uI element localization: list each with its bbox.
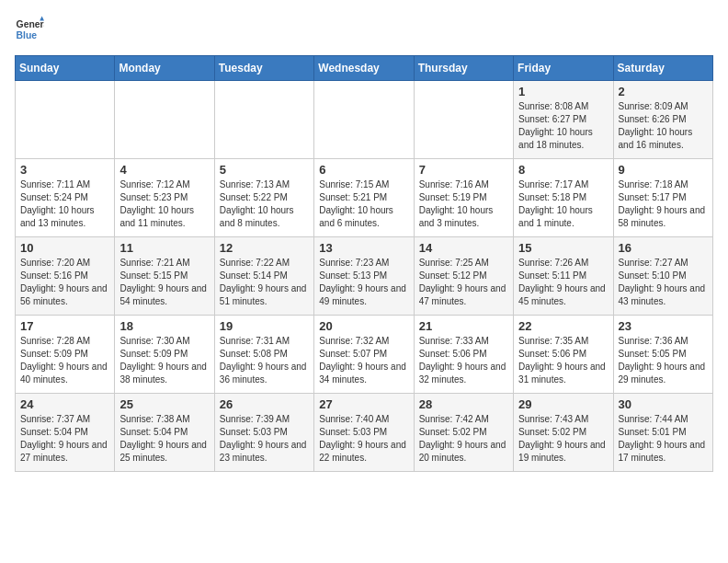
day-number: 18 bbox=[119, 319, 209, 333]
calendar-week-3: 17Sunrise: 7:28 AM Sunset: 5:09 PM Dayli… bbox=[16, 316, 713, 394]
day-info: Sunrise: 7:17 AM Sunset: 5:18 PM Dayligh… bbox=[518, 178, 608, 230]
calendar-cell: 15Sunrise: 7:26 AM Sunset: 5:11 PM Dayli… bbox=[514, 237, 613, 316]
day-number: 27 bbox=[319, 397, 408, 411]
day-info: Sunrise: 7:18 AM Sunset: 5:17 PM Dayligh… bbox=[619, 178, 708, 230]
calendar-cell: 5Sunrise: 7:13 AM Sunset: 5:22 PM Daylig… bbox=[214, 159, 313, 237]
calendar-week-0: 1Sunrise: 8:08 AM Sunset: 6:27 PM Daylig… bbox=[16, 81, 713, 159]
calendar-week-2: 10Sunrise: 7:20 AM Sunset: 5:16 PM Dayli… bbox=[16, 237, 713, 316]
calendar-cell bbox=[314, 81, 414, 159]
day-info: Sunrise: 7:33 AM Sunset: 5:06 PM Dayligh… bbox=[419, 335, 508, 386]
calendar-cell: 30Sunrise: 7:44 AM Sunset: 5:01 PM Dayli… bbox=[613, 394, 712, 472]
day-number: 26 bbox=[220, 397, 309, 411]
calendar-cell: 29Sunrise: 7:43 AM Sunset: 5:02 PM Dayli… bbox=[514, 394, 613, 472]
day-info: Sunrise: 8:09 AM Sunset: 6:26 PM Dayligh… bbox=[619, 100, 708, 152]
day-info: Sunrise: 7:38 AM Sunset: 5:04 PM Dayligh… bbox=[119, 413, 209, 465]
header-thursday: Thursday bbox=[414, 56, 513, 81]
day-number: 3 bbox=[20, 163, 109, 177]
day-number: 20 bbox=[319, 319, 408, 333]
calendar-cell: 18Sunrise: 7:30 AM Sunset: 5:09 PM Dayli… bbox=[115, 316, 214, 394]
day-number: 10 bbox=[20, 241, 109, 255]
calendar-cell: 4Sunrise: 7:12 AM Sunset: 5:23 PM Daylig… bbox=[115, 159, 214, 237]
calendar-cell bbox=[414, 81, 513, 159]
calendar-cell: 27Sunrise: 7:40 AM Sunset: 5:03 PM Dayli… bbox=[314, 394, 414, 472]
day-info: Sunrise: 7:36 AM Sunset: 5:05 PM Dayligh… bbox=[619, 335, 708, 386]
calendar-cell: 22Sunrise: 7:35 AM Sunset: 5:06 PM Dayli… bbox=[514, 316, 613, 394]
day-info: Sunrise: 7:39 AM Sunset: 5:03 PM Dayligh… bbox=[220, 413, 309, 465]
day-info: Sunrise: 7:44 AM Sunset: 5:01 PM Dayligh… bbox=[619, 413, 708, 465]
header-friday: Friday bbox=[514, 56, 613, 81]
header-tuesday: Tuesday bbox=[214, 56, 313, 81]
day-number: 22 bbox=[518, 319, 608, 333]
calendar-cell: 25Sunrise: 7:38 AM Sunset: 5:04 PM Dayli… bbox=[115, 394, 214, 472]
calendar-cell: 28Sunrise: 7:42 AM Sunset: 5:02 PM Dayli… bbox=[414, 394, 513, 472]
calendar-cell: 12Sunrise: 7:22 AM Sunset: 5:14 PM Dayli… bbox=[214, 237, 313, 316]
day-number: 24 bbox=[20, 397, 109, 411]
calendar-cell: 10Sunrise: 7:20 AM Sunset: 5:16 PM Dayli… bbox=[16, 237, 115, 316]
calendar-cell: 2Sunrise: 8:09 AM Sunset: 6:26 PM Daylig… bbox=[613, 81, 712, 159]
day-number: 29 bbox=[518, 397, 608, 411]
svg-text:General: General bbox=[17, 19, 44, 29]
day-info: Sunrise: 7:11 AM Sunset: 5:24 PM Dayligh… bbox=[20, 178, 109, 230]
calendar-cell bbox=[16, 81, 115, 159]
day-info: Sunrise: 7:32 AM Sunset: 5:07 PM Dayligh… bbox=[319, 335, 408, 386]
calendar-cell: 9Sunrise: 7:18 AM Sunset: 5:17 PM Daylig… bbox=[613, 159, 712, 237]
day-info: Sunrise: 7:22 AM Sunset: 5:14 PM Dayligh… bbox=[220, 257, 309, 308]
day-number: 4 bbox=[119, 163, 209, 177]
day-info: Sunrise: 7:23 AM Sunset: 5:13 PM Dayligh… bbox=[319, 257, 408, 308]
day-number: 1 bbox=[518, 85, 608, 98]
day-info: Sunrise: 7:35 AM Sunset: 5:06 PM Dayligh… bbox=[518, 335, 608, 386]
calendar-week-4: 24Sunrise: 7:37 AM Sunset: 5:04 PM Dayli… bbox=[16, 394, 713, 472]
day-number: 12 bbox=[220, 241, 309, 255]
header-sunday: Sunday bbox=[16, 56, 115, 81]
day-info: Sunrise: 7:40 AM Sunset: 5:03 PM Dayligh… bbox=[319, 413, 408, 465]
calendar-cell: 21Sunrise: 7:33 AM Sunset: 5:06 PM Dayli… bbox=[414, 316, 513, 394]
day-info: Sunrise: 7:43 AM Sunset: 5:02 PM Dayligh… bbox=[518, 413, 608, 465]
day-number: 30 bbox=[619, 397, 708, 411]
header-saturday: Saturday bbox=[613, 56, 712, 81]
day-info: Sunrise: 7:28 AM Sunset: 5:09 PM Dayligh… bbox=[20, 335, 109, 386]
day-number: 9 bbox=[619, 163, 708, 177]
calendar-cell: 6Sunrise: 7:15 AM Sunset: 5:21 PM Daylig… bbox=[314, 159, 414, 237]
day-info: Sunrise: 7:15 AM Sunset: 5:21 PM Dayligh… bbox=[319, 178, 408, 230]
svg-text:Blue: Blue bbox=[17, 30, 38, 40]
day-info: Sunrise: 7:27 AM Sunset: 5:10 PM Dayligh… bbox=[619, 257, 708, 308]
day-number: 5 bbox=[220, 163, 309, 177]
day-info: Sunrise: 7:37 AM Sunset: 5:04 PM Dayligh… bbox=[20, 413, 109, 465]
calendar-cell: 3Sunrise: 7:11 AM Sunset: 5:24 PM Daylig… bbox=[16, 159, 115, 237]
calendar-cell: 7Sunrise: 7:16 AM Sunset: 5:19 PM Daylig… bbox=[414, 159, 513, 237]
calendar-cell: 17Sunrise: 7:28 AM Sunset: 5:09 PM Dayli… bbox=[16, 316, 115, 394]
logo-icon: General Blue bbox=[15, 15, 44, 44]
calendar-cell: 11Sunrise: 7:21 AM Sunset: 5:15 PM Dayli… bbox=[115, 237, 214, 316]
calendar-cell: 1Sunrise: 8:08 AM Sunset: 6:27 PM Daylig… bbox=[514, 81, 613, 159]
svg-marker-2 bbox=[40, 17, 44, 21]
day-info: Sunrise: 7:30 AM Sunset: 5:09 PM Dayligh… bbox=[119, 335, 209, 386]
day-number: 7 bbox=[419, 163, 508, 177]
day-info: Sunrise: 7:16 AM Sunset: 5:19 PM Dayligh… bbox=[419, 178, 508, 230]
calendar-header-row: SundayMondayTuesdayWednesdayThursdayFrid… bbox=[16, 56, 713, 81]
day-info: Sunrise: 7:25 AM Sunset: 5:12 PM Dayligh… bbox=[419, 257, 508, 308]
day-info: Sunrise: 7:21 AM Sunset: 5:15 PM Dayligh… bbox=[119, 257, 209, 308]
calendar-cell bbox=[214, 81, 313, 159]
calendar-cell: 19Sunrise: 7:31 AM Sunset: 5:08 PM Dayli… bbox=[214, 316, 313, 394]
day-number: 17 bbox=[20, 319, 109, 333]
header-wednesday: Wednesday bbox=[314, 56, 414, 81]
day-number: 13 bbox=[319, 241, 408, 255]
calendar-cell: 16Sunrise: 7:27 AM Sunset: 5:10 PM Dayli… bbox=[613, 237, 712, 316]
day-info: Sunrise: 7:31 AM Sunset: 5:08 PM Dayligh… bbox=[220, 335, 309, 386]
calendar-table: SundayMondayTuesdayWednesdayThursdayFrid… bbox=[15, 55, 713, 472]
day-info: Sunrise: 7:26 AM Sunset: 5:11 PM Dayligh… bbox=[518, 257, 608, 308]
day-number: 23 bbox=[619, 319, 708, 333]
day-info: Sunrise: 7:13 AM Sunset: 5:22 PM Dayligh… bbox=[220, 178, 309, 230]
calendar-cell: 23Sunrise: 7:36 AM Sunset: 5:05 PM Dayli… bbox=[613, 316, 712, 394]
logo: General Blue bbox=[15, 15, 44, 44]
day-number: 6 bbox=[319, 163, 408, 177]
day-info: Sunrise: 7:42 AM Sunset: 5:02 PM Dayligh… bbox=[419, 413, 508, 465]
calendar-cell bbox=[115, 81, 214, 159]
day-number: 15 bbox=[518, 241, 608, 255]
day-number: 16 bbox=[619, 241, 708, 255]
day-number: 21 bbox=[419, 319, 508, 333]
day-info: Sunrise: 7:12 AM Sunset: 5:23 PM Dayligh… bbox=[119, 178, 209, 230]
day-info: Sunrise: 7:20 AM Sunset: 5:16 PM Dayligh… bbox=[20, 257, 109, 308]
day-number: 14 bbox=[419, 241, 508, 255]
calendar-cell: 13Sunrise: 7:23 AM Sunset: 5:13 PM Dayli… bbox=[314, 237, 414, 316]
